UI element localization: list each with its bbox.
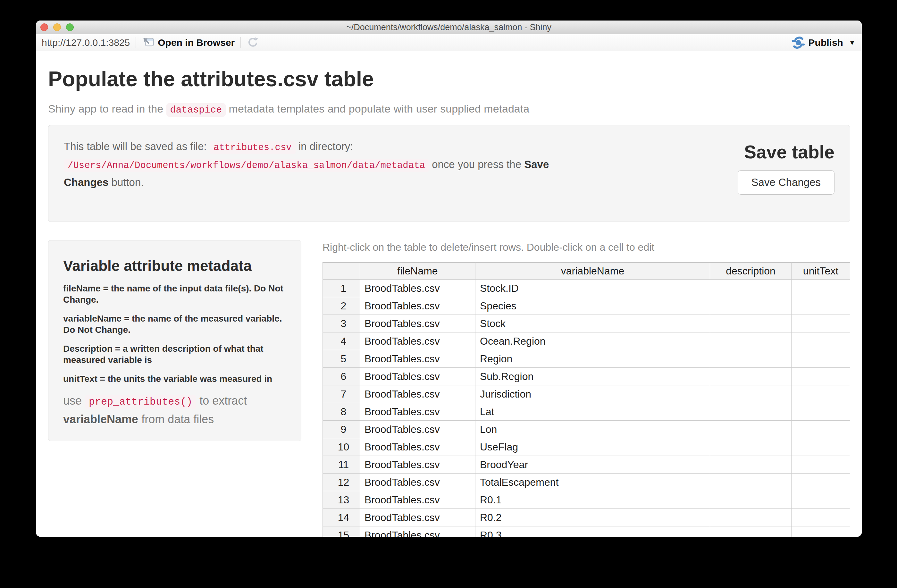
cell-unitText[interactable] <box>791 527 850 537</box>
cell-unitText[interactable] <box>791 368 850 385</box>
cell-description[interactable] <box>710 403 791 421</box>
row-number: 6 <box>323 368 360 385</box>
desktop-background: ~/Documents/workflows/demo/alaska_salmon… <box>0 0 897 588</box>
page-subtitle: Shiny app to read in the dataspice metad… <box>48 102 850 117</box>
cell-variableName[interactable]: Lat <box>475 403 710 421</box>
row-number: 1 <box>323 280 360 297</box>
cell-fileName[interactable]: BroodTables.csv <box>360 350 475 368</box>
cell-description[interactable] <box>710 421 791 438</box>
cell-description[interactable] <box>710 280 791 297</box>
zoom-button[interactable] <box>66 23 74 31</box>
cell-description[interactable] <box>710 332 791 350</box>
subtitle-text: Shiny app to read in the <box>48 103 163 115</box>
save-changes-button[interactable]: Save Changes <box>738 170 834 194</box>
cell-variableName[interactable]: Lon <box>475 421 710 438</box>
row-number: 2 <box>323 297 360 315</box>
cell-description[interactable] <box>710 456 791 473</box>
table-row: 3 BroodTables.csv Stock <box>323 315 850 332</box>
usage-segment: use <box>63 394 82 407</box>
definition-description: Description = a written description of w… <box>63 343 286 366</box>
refresh-icon <box>246 36 259 49</box>
usage-segment: to extract <box>199 394 247 407</box>
cell-variableName[interactable]: Sub.Region <box>475 368 710 385</box>
cell-description[interactable] <box>710 385 791 403</box>
cell-variableName[interactable]: Ocean.Region <box>475 332 710 350</box>
cell-fileName[interactable]: BroodTables.csv <box>360 473 475 491</box>
cell-variableName[interactable]: Species <box>475 297 710 315</box>
table-row: 7 BroodTables.csv Jurisdiction <box>323 385 850 403</box>
cell-variableName[interactable]: Stock.ID <box>475 280 710 297</box>
cell-fileName[interactable]: BroodTables.csv <box>360 438 475 456</box>
cell-fileName[interactable]: BroodTables.csv <box>360 368 475 385</box>
save-info-text: This table will be saved as file: attrib… <box>64 138 583 209</box>
cell-fileName[interactable]: BroodTables.csv <box>360 456 475 473</box>
cell-unitText[interactable] <box>791 332 850 350</box>
cell-variableName[interactable]: BroodYear <box>475 456 710 473</box>
cell-unitText[interactable] <box>791 438 850 456</box>
cell-unitText[interactable] <box>791 456 850 473</box>
cell-fileName[interactable]: BroodTables.csv <box>360 297 475 315</box>
cell-unitText[interactable] <box>791 280 850 297</box>
cell-fileName[interactable]: BroodTables.csv <box>360 332 475 350</box>
cell-description[interactable] <box>710 509 791 527</box>
cell-variableName[interactable]: R0.1 <box>475 491 710 509</box>
cell-description[interactable] <box>710 368 791 385</box>
cell-description[interactable] <box>710 297 791 315</box>
cell-unitText[interactable] <box>791 491 850 509</box>
app-content: Populate the attributes.csv table Shiny … <box>36 67 862 537</box>
cell-description[interactable] <box>710 315 791 332</box>
cell-unitText[interactable] <box>791 421 850 438</box>
close-button[interactable] <box>40 23 48 31</box>
cell-fileName[interactable]: BroodTables.csv <box>360 421 475 438</box>
cell-description[interactable] <box>710 473 791 491</box>
save-info-segment: button. <box>112 176 144 188</box>
cell-fileName[interactable]: BroodTables.csv <box>360 315 475 332</box>
table-row: 11 BroodTables.csv BroodYear <box>323 456 850 473</box>
cell-variableName[interactable]: Jurisdiction <box>475 385 710 403</box>
open-in-browser-button[interactable]: Open in Browser <box>142 36 235 49</box>
cell-description[interactable] <box>710 438 791 456</box>
table-row: 6 BroodTables.csv Sub.Region <box>323 368 850 385</box>
row-number: 15 <box>323 527 360 537</box>
table-header-row: fileName variableName description unitTe… <box>323 263 850 280</box>
row-number: 11 <box>323 456 360 473</box>
cell-unitText[interactable] <box>791 297 850 315</box>
column-header-fileName: fileName <box>360 263 475 280</box>
minimize-button[interactable] <box>53 23 61 31</box>
cell-unitText[interactable] <box>791 403 850 421</box>
cell-unitText[interactable] <box>791 509 850 527</box>
cell-variableName[interactable]: TotalEscapement <box>475 473 710 491</box>
cell-variableName[interactable]: UseFlag <box>475 438 710 456</box>
cell-description[interactable] <box>710 350 791 368</box>
definition-unitText: unitText = the units the variable was me… <box>63 373 286 384</box>
cell-unitText[interactable] <box>791 315 850 332</box>
refresh-button[interactable] <box>246 36 259 49</box>
publish-button[interactable]: Publish ▾ <box>791 35 854 50</box>
row-number: 9 <box>323 421 360 438</box>
cell-variableName[interactable]: R0.3 <box>475 527 710 537</box>
cell-fileName[interactable]: BroodTables.csv <box>360 280 475 297</box>
cell-fileName[interactable]: BroodTables.csv <box>360 509 475 527</box>
cell-unitText[interactable] <box>791 350 850 368</box>
cell-variableName[interactable]: Stock <box>475 315 710 332</box>
cell-variableName[interactable]: Region <box>475 350 710 368</box>
cell-unitText[interactable] <box>791 473 850 491</box>
cell-description[interactable] <box>710 527 791 537</box>
cell-variableName[interactable]: R0.2 <box>475 509 710 527</box>
window-titlebar[interactable]: ~/Documents/workflows/demo/alaska_salmon… <box>36 20 862 34</box>
traffic-lights <box>40 20 74 34</box>
cell-fileName[interactable]: BroodTables.csv <box>360 403 475 421</box>
row-number: 4 <box>323 332 360 350</box>
caret-down-icon: ▾ <box>850 38 854 47</box>
cell-unitText[interactable] <box>791 385 850 403</box>
cell-fileName[interactable]: BroodTables.csv <box>360 491 475 509</box>
open-in-browser-icon <box>142 36 155 49</box>
directory-inline-code: /Users/Anna/Documents/workflows/demo/ala… <box>64 159 429 172</box>
sidebar-heading: Variable attribute metadata <box>63 257 286 274</box>
subtitle-text: metadata templates and populate with use… <box>229 103 530 115</box>
save-actions: Save table Save Changes <box>718 138 834 209</box>
cell-fileName[interactable]: BroodTables.csv <box>360 527 475 537</box>
cell-fileName[interactable]: BroodTables.csv <box>360 385 475 403</box>
cell-description[interactable] <box>710 491 791 509</box>
table-row: 1 BroodTables.csv Stock.ID <box>323 280 850 297</box>
